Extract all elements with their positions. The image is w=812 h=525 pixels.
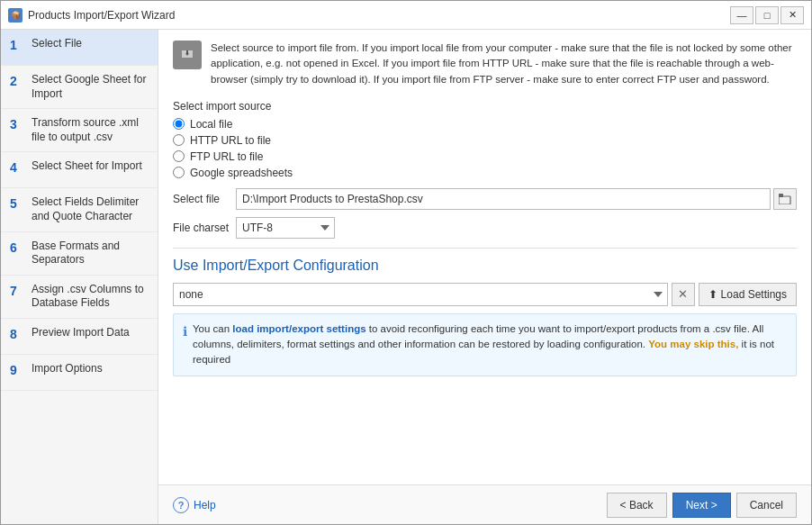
step-number-9: 9 [10,363,26,377]
select-file-row: Select file [173,188,797,210]
minimize-button[interactable]: — [730,6,753,24]
sidebar-step-6[interactable]: 6Base Formats and Separators [1,232,158,276]
svg-rect-3 [779,196,790,204]
step-number-5: 5 [10,196,26,211]
svg-rect-2 [186,50,188,54]
info-text: Select source to import file from. If yo… [211,41,797,87]
step-label-3: Transform source .xml file to output .cs… [32,116,149,144]
radio-local-label: Local file [190,118,232,131]
title-bar: 📦 Products Import/Export Wizard — □ ✕ [1,1,811,30]
step-number-4: 4 [10,160,26,175]
info-note: ℹ You can load import/export settings to… [173,313,797,376]
next-button[interactable]: Next > [672,493,731,518]
load-icon: ⬆ [708,288,717,301]
file-charset-select[interactable]: UTF-8 UTF-16 ISO-8859-1 Windows-1252 [236,217,335,239]
sidebar-step-1[interactable]: 1Select File [1,30,158,66]
sidebar-step-4[interactable]: 4Select Sheet for Import [1,152,158,188]
config-row: none ✕ ⬆ Load Settings [173,283,797,306]
sidebar-step-7[interactable]: 7Assign .csv Columns to Database Fields [1,276,158,319]
radio-http-url[interactable]: HTTP URL to file [173,134,797,147]
step-label-5: Select Fields Delimiter and Quote Charac… [32,195,149,223]
main-content-area: Select source to import file from. If yo… [158,30,811,484]
sidebar-step-5[interactable]: 5Select Fields Delimiter and Quote Chara… [1,188,158,231]
main-panel: Select source to import file from. If yo… [158,30,811,524]
footer-buttons: < Back Next > Cancel [607,493,797,518]
radio-google-label: Google spreadsheets [190,167,293,179]
config-section: Use Import/Export Configuration none ✕ ⬆… [173,258,797,376]
step-label-2: Select Google Sheet for Import [32,73,149,101]
sidebar-step-3[interactable]: 3Transform source .xml file to output .c… [1,109,158,152]
step-label-6: Base Formats and Separators [32,240,149,267]
info-box: Select source to import file from. If yo… [173,41,797,87]
step-number-6: 6 [10,240,26,255]
help-link[interactable]: ? Help [173,497,216,513]
sidebar-step-2[interactable]: 2Select Google Sheet for Import [1,66,158,109]
step-label-8: Preview Import Data [32,326,130,340]
svg-rect-4 [779,194,783,197]
sidebar-step-9[interactable]: 9Import Options [1,355,158,391]
radio-ftp-url[interactable]: FTP URL to file [173,150,797,163]
step-label-7: Assign .csv Columns to Database Fields [32,283,149,311]
window-icon: 📦 [8,8,23,23]
title-bar-buttons: — □ ✕ [730,6,804,24]
config-select[interactable]: none [173,283,668,306]
window-title: Products Import/Export Wizard [28,9,730,22]
radio-ftp-label: FTP URL to file [190,150,263,163]
import-source-label: Select import source [173,100,797,113]
sidebar: 1Select File2Select Google Sheet for Imp… [1,30,158,524]
radio-local-file[interactable]: Local file [173,118,797,131]
radio-http-label: HTTP URL to file [190,134,271,147]
help-label: Help [194,499,216,511]
load-settings-button[interactable]: ⬆ Load Settings [699,283,797,306]
load-label: Load Settings [721,288,787,301]
load-settings-link: load import/export settings [232,323,365,334]
step-number-3: 3 [10,117,26,131]
import-icon [173,41,202,69]
step-label-4: Select Sheet for Import [32,159,142,174]
browse-button[interactable] [773,188,797,210]
cancel-button[interactable]: Cancel [736,493,797,518]
clear-config-button[interactable]: ✕ [672,283,695,306]
radio-google-sheet[interactable]: Google spreadsheets [173,167,797,179]
help-icon: ? [173,497,189,513]
content-area: 1Select File2Select Google Sheet for Imp… [1,30,811,524]
step-number-1: 1 [10,38,26,52]
divider [173,248,797,249]
step-number-2: 2 [10,74,26,88]
info-circle-icon: ℹ [183,322,187,341]
import-source-section: Select import source Local file HTTP URL… [173,100,797,179]
select-file-label: Select file [173,193,236,205]
radio-group: Local file HTTP URL to file FTP URL to f… [173,118,797,179]
footer: ? Help < Back Next > Cancel [158,484,811,524]
config-title: Use Import/Export Configuration [173,258,797,274]
step-number-8: 8 [10,327,26,341]
main-window: 📦 Products Import/Export Wizard — □ ✕ 1S… [0,0,812,525]
skip-text: You may skip this, [648,339,738,349]
file-input-wrapper [236,188,797,210]
back-button[interactable]: < Back [607,493,667,518]
close-button[interactable]: ✕ [780,6,804,24]
info-note-text: You can load import/export settings to a… [193,321,787,368]
maximize-button[interactable]: □ [755,6,779,24]
step-number-7: 7 [10,284,26,298]
file-charset-label: File charset [173,222,236,234]
sidebar-step-8[interactable]: 8Preview Import Data [1,319,158,355]
step-label-1: Select File [32,37,82,51]
file-charset-row: File charset UTF-8 UTF-16 ISO-8859-1 Win… [173,217,797,239]
step-label-9: Import Options [32,362,103,376]
file-path-input[interactable] [236,188,771,210]
